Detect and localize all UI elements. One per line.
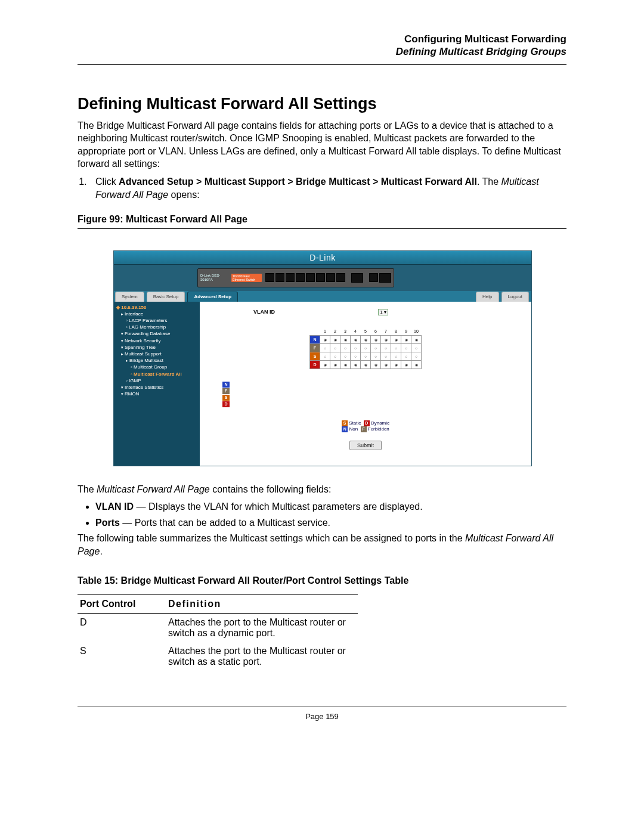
tab-logout[interactable]: Logout [501, 292, 529, 302]
row-n-label: N [310, 335, 320, 343]
figure-rule [78, 228, 566, 229]
th-definition: Definition [166, 595, 358, 613]
header-subtitle: Defining Multicast Bridging Groups [78, 45, 566, 58]
settings-panel: VLAN ID 1 ▾ 12345678910 N F S D [200, 302, 531, 466]
sidebar-item-rmon[interactable]: RMON [116, 391, 200, 397]
figure-caption: Figure 99: Multicast Forward All Page [78, 214, 566, 225]
row-legend: N F S D [222, 381, 230, 407]
step-1: Click Advanced Setup > Multicast Support… [89, 175, 566, 202]
brand-logo: D-Link [114, 251, 531, 265]
sidebar-item-lag[interactable]: ◦ LAG Membership [116, 324, 200, 330]
tab-help[interactable]: Help [476, 292, 499, 302]
sidebar-item-if-stats[interactable]: Interface Statistics [116, 384, 200, 391]
sidebar-item-multicast-support[interactable]: Multicast Support [116, 351, 200, 357]
figure-screenshot: D-Link D-Link DES-3010FA 10/100 Fast Eth… [113, 250, 531, 466]
table-row: DAttaches the port to the Multicast rout… [78, 614, 358, 642]
port-grid: 12345678910 N F S D [309, 327, 422, 369]
nav-sidebar: ◈ 10.6.39.150 Interface ◦ LACP Parameter… [114, 302, 200, 466]
row-s-label: S [310, 352, 320, 360]
vlan-id-select[interactable]: 1 ▾ [378, 309, 388, 315]
sidebar-item-bridge-multicast[interactable]: Bridge Multicast [116, 357, 200, 364]
sidebar-item-igmp[interactable]: ◦ IGMP [116, 377, 200, 384]
row-f-label: F [310, 343, 320, 352]
sidebar-item-multicast-forward-all[interactable]: ◦ Multicast Forward All [116, 371, 200, 377]
field-vlan-id: VLAN ID — DIsplays the VLAN for which Mu… [95, 500, 566, 513]
step-list: Click Advanced Setup > Multicast Support… [89, 175, 566, 202]
device-image-bar: D-Link DES-3010FA 10/100 Fast Ethernet S… [114, 265, 531, 291]
definition-table: Port Control Definition DAttaches the po… [78, 594, 358, 671]
tab-advanced-setup[interactable]: Advanced Setup [187, 292, 238, 302]
tab-basic-setup[interactable]: Basic Setup [147, 292, 185, 302]
row-d-label: D [310, 360, 320, 368]
page-number: Page 159 [78, 712, 566, 721]
device-switch: D-Link DES-3010FA 10/100 Fast Ethernet S… [197, 268, 394, 287]
sidebar-item-spanning[interactable]: Spanning Tree [116, 344, 200, 351]
th-port-control: Port Control [78, 595, 166, 613]
sidebar-item-lacp[interactable]: ◦ LACP Parameters [116, 317, 200, 324]
fields-list: VLAN ID — DIsplays the VLAN for which Mu… [95, 500, 566, 529]
field-ports: Ports — Ports that can be added to a Mul… [95, 516, 566, 529]
sidebar-ip: ◈ 10.6.39.150 [116, 304, 200, 311]
sidebar-item-fwd-db[interactable]: Forwarding Database [116, 330, 200, 337]
fields-intro: The Multicast Forward All Page contains … [78, 483, 566, 496]
section-heading: Defining Multicast Forward All Settings [78, 95, 566, 113]
device-ports [265, 273, 391, 283]
table-intro: The following table summarizes the Multi… [78, 532, 566, 558]
vlan-id-label: VLAN ID [253, 309, 275, 315]
header-rule [78, 64, 566, 65]
footer-rule [78, 707, 566, 707]
page-header: Configuring Multicast Forwarding Definin… [78, 33, 566, 58]
intro-paragraph: The Bridge Multicast Forward All page co… [78, 119, 566, 171]
tab-system[interactable]: System [115, 292, 144, 302]
table-caption: Table 15: Bridge Multicast Forward All R… [78, 575, 566, 586]
sidebar-item-multicast-group[interactable]: ◦ Multicast Group [116, 364, 200, 370]
header-title: Configuring Multicast Forwarding [78, 33, 566, 45]
sidebar-item-interface[interactable]: Interface [116, 311, 200, 317]
submit-button[interactable]: Submit [349, 441, 382, 450]
tab-bar: System Basic Setup Advanced Setup Help L… [114, 291, 531, 302]
legend-key: S Static D Dynamic N Non F Forbidden [342, 420, 389, 432]
radio-n-1[interactable] [320, 335, 330, 343]
table-row: SAttaches the port to the Multicast rout… [78, 642, 358, 671]
sidebar-item-net-sec[interactable]: Network Security [116, 337, 200, 344]
